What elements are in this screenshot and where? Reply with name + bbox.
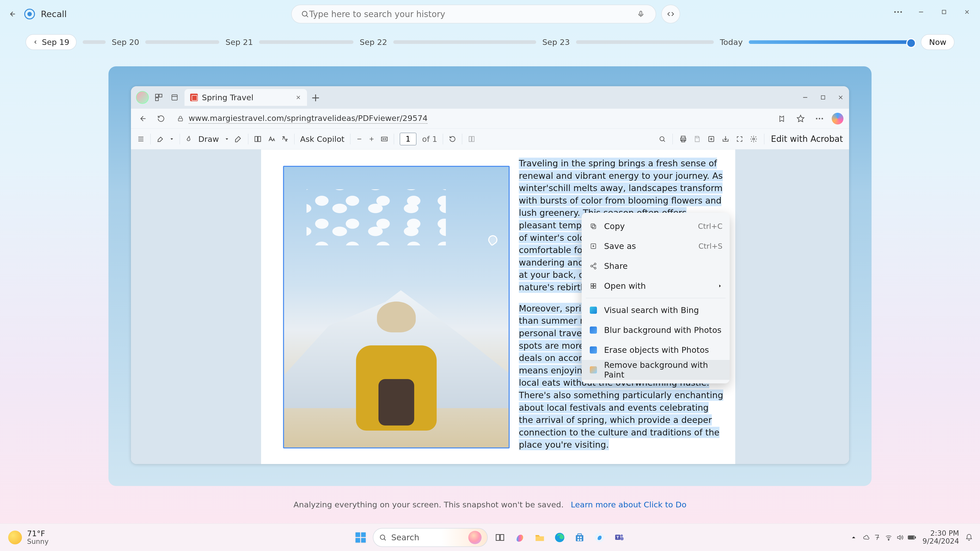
rotate-icon[interactable] <box>449 135 456 143</box>
settings-icon[interactable] <box>750 135 757 143</box>
print-icon[interactable] <box>679 135 687 143</box>
fit-width-icon[interactable] <box>380 135 388 143</box>
workspaces-icon[interactable] <box>153 92 165 103</box>
start-button[interactable] <box>353 530 368 545</box>
volume-icon[interactable] <box>896 534 904 541</box>
timeline-segment[interactable] <box>576 40 714 44</box>
photos-icon <box>589 345 598 354</box>
chevron-down-icon[interactable] <box>169 137 174 141</box>
svg-point-28 <box>752 138 755 140</box>
copilot-icon[interactable] <box>832 113 843 124</box>
ctx-visual-search[interactable]: Visual search with Bing <box>582 300 730 320</box>
browser-more-icon[interactable] <box>813 112 826 125</box>
more-button[interactable] <box>892 6 904 18</box>
system-tray[interactable]: 2:30 PM 9/24/2024 <box>851 530 973 545</box>
zoom-in-icon[interactable] <box>368 136 375 142</box>
timeline-segment[interactable] <box>259 40 353 44</box>
share-pdf-icon[interactable] <box>722 135 729 143</box>
clock-time: 2:30 PM <box>930 530 959 537</box>
new-tab-button[interactable]: + <box>311 91 320 104</box>
refresh-button[interactable] <box>154 112 168 125</box>
minimize-button[interactable] <box>915 6 927 18</box>
window-close-icon[interactable] <box>837 94 844 101</box>
nav-back-button[interactable] <box>137 112 150 125</box>
maximize-button[interactable] <box>938 6 950 18</box>
teams-icon[interactable]: T <box>612 530 627 545</box>
wifi-icon[interactable] <box>885 534 892 541</box>
url-box[interactable]: www.margiestravel.com/springtravelideas/… <box>172 111 770 126</box>
vertical-tabs-icon[interactable] <box>169 92 180 103</box>
add-note-icon[interactable] <box>708 135 715 143</box>
ctx-erase-objects[interactable]: Erase objects with Photos <box>582 340 730 360</box>
save-icon[interactable] <box>694 135 701 143</box>
ctx-copy[interactable]: Copy Ctrl+C <box>582 216 730 236</box>
ctx-share-label: Share <box>604 261 722 271</box>
language-icon[interactable] <box>874 534 881 541</box>
timeline-segment[interactable] <box>83 40 106 44</box>
svg-rect-30 <box>591 224 595 227</box>
draw-label[interactable]: Draw <box>198 135 219 144</box>
copilot-taskbar-icon[interactable] <box>592 530 607 545</box>
favorite-icon[interactable] <box>794 112 807 125</box>
highlight-icon[interactable] <box>156 135 164 143</box>
page-input[interactable] <box>400 133 417 145</box>
erase-icon[interactable] <box>235 135 242 143</box>
back-button[interactable] <box>7 8 18 20</box>
read-aloud-icon[interactable] <box>775 112 788 125</box>
history-search-box[interactable] <box>291 5 656 24</box>
dev-toggle-button[interactable] <box>661 5 680 24</box>
ask-copilot-button[interactable]: Ask Copilot <box>300 135 345 144</box>
taskbar-search[interactable]: Search <box>373 528 488 547</box>
ctx-erase-label: Erase objects with Photos <box>604 345 722 355</box>
ctx-save-as[interactable]: Save as Ctrl+S <box>582 236 730 256</box>
timeline-date: Sep 21 <box>225 38 253 47</box>
ctx-blur-bg[interactable]: Blur background with Photos <box>582 320 730 340</box>
timeline-start-chip[interactable]: Sep 19 <box>25 34 76 50</box>
timeline-now-button[interactable]: Now <box>921 34 955 50</box>
clock[interactable]: 2:30 PM 9/24/2024 <box>922 530 959 545</box>
selected-image[interactable] <box>283 166 510 448</box>
explorer-icon[interactable] <box>532 530 547 545</box>
edge-icon[interactable] <box>552 530 567 545</box>
copilot-app-icon[interactable] <box>512 530 528 545</box>
ctx-share[interactable]: Share <box>582 256 730 276</box>
ctx-remove-bg[interactable]: Remove background with Paint <box>582 360 730 380</box>
timeline-date: Sep 22 <box>360 38 387 47</box>
onedrive-icon[interactable] <box>862 534 870 541</box>
mic-icon[interactable] <box>635 8 646 20</box>
task-view-icon[interactable] <box>492 530 508 545</box>
history-search-input[interactable] <box>309 9 635 19</box>
tray-chevron-icon[interactable] <box>851 535 856 540</box>
translate-icon[interactable] <box>281 135 289 143</box>
browser-tab[interactable]: Spring Travel <box>185 89 307 106</box>
profile-avatar[interactable] <box>136 91 149 104</box>
fullscreen-icon[interactable] <box>736 135 743 143</box>
notifications-icon[interactable] <box>965 534 973 541</box>
edit-with-acrobat[interactable]: Edit with Acrobat <box>771 134 843 144</box>
timeline-segment[interactable] <box>145 40 219 44</box>
window-maximize-icon[interactable] <box>820 94 826 100</box>
timeline-segment[interactable] <box>393 40 536 44</box>
store-icon[interactable] <box>572 530 587 545</box>
pdf-viewport[interactable]: Traveling in the spring brings a fresh s… <box>131 149 849 464</box>
window-minimize-icon[interactable] <box>802 94 809 101</box>
battery-icon[interactable] <box>907 535 916 540</box>
find-icon[interactable] <box>659 135 666 143</box>
ink-icon[interactable] <box>186 135 192 143</box>
two-page-icon[interactable] <box>254 135 262 143</box>
page-view-icon[interactable] <box>468 135 476 143</box>
chevron-down-icon[interactable] <box>224 137 229 141</box>
tab-close-icon[interactable] <box>295 94 301 100</box>
timeline-today-segment[interactable] <box>749 40 915 44</box>
svg-rect-13 <box>178 118 183 121</box>
contents-icon[interactable] <box>137 135 145 143</box>
recall-logo-icon <box>24 8 36 20</box>
zoom-out-icon[interactable] <box>356 136 363 142</box>
close-button[interactable] <box>961 6 973 18</box>
timeline[interactable]: Sep 19 Sep 20 Sep 21 Sep 22 Sep 23 Today… <box>25 33 955 51</box>
ctx-open-with[interactable]: Open with <box>582 276 730 296</box>
svg-rect-12 <box>821 96 825 99</box>
learn-more-link[interactable]: Learn more about Click to Do <box>571 500 686 509</box>
text-size-icon[interactable] <box>267 135 275 143</box>
weather-widget[interactable]: 71°F Sunny <box>8 529 48 545</box>
